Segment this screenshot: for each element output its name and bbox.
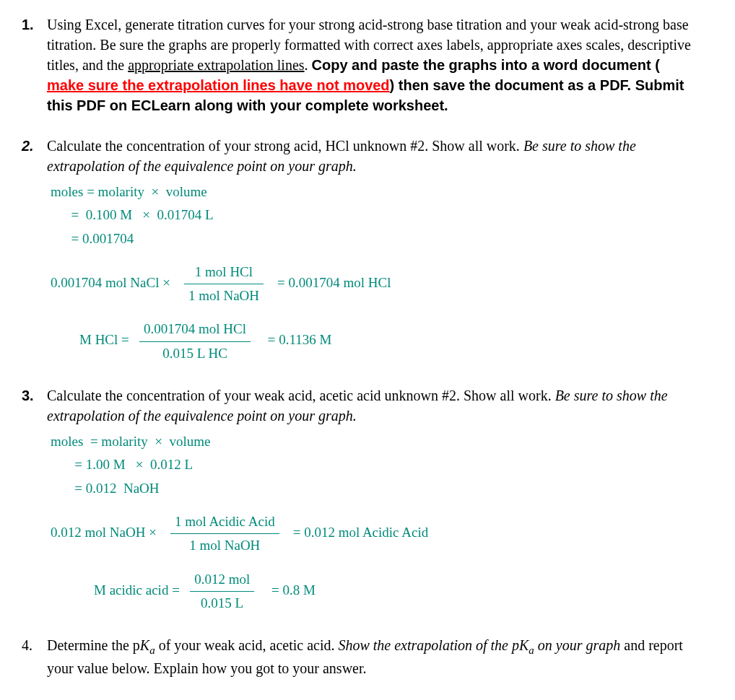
q1-underline-a: appropriate extrapolation lines [128,57,304,73]
question-4: 4. Determine the pKa of your weak acid, … [22,635,713,678]
q3-eq2-frac: 0.012 mol 0.015 L [190,568,254,616]
q4-text-b: of your weak acid, acetic acid. [155,637,339,653]
q3-work-l1: moles = molarity × volume [51,430,713,453]
q2-eq2-num: 0.001704 mol HCl [139,318,251,341]
q2-eq1: 0.001704 mol NaCl × 1 mol HCl 1 mol NaOH… [51,261,713,308]
q2-eq2: M HCl = 0.001704 mol HCl 0.015 L HC = 0.… [79,318,713,365]
q2-eq1-num: 1 mol HCl [184,261,264,284]
question-1: 1. Using Excel, generate titration curve… [22,14,713,115]
q3-work-l3: = 0.012 NaOH [51,477,713,500]
q4-sub: a [149,644,155,656]
q3-eq1-left: 0.012 mol NaOH × [51,525,157,540]
q2-eq1-right: = 0.001704 mol HCl [277,275,391,290]
q3-text-a: Calculate the concentration of your weak… [47,388,555,403]
q2-text: Calculate the concentration of your stro… [47,136,697,176]
q3-eq2-left: M acidic acid = [94,582,180,598]
question-3: 3. Calculate the concentration of your w… [22,385,713,615]
q2-work-l2: = 0.100 M × 0.01704 L [51,204,713,227]
q2-eq2-den: 0.015 L HC [139,342,251,365]
q2-work-l3: = 0.001704 [51,227,713,250]
q3-text: Calculate the concentration of your weak… [47,385,697,426]
q1-number: 1. [22,14,43,35]
q3-eq1-num: 1 mol Acidic Acid [170,510,279,534]
q4-ka: K [140,637,149,653]
q2-eq2-right: = 0.1136 M [268,333,332,348]
q2-eq1-frac: 1 mol HCl 1 mol NaOH [184,261,264,308]
q3-eq1-right: = 0.012 mol Acidic Acid [293,525,429,540]
q1-red-underline: make sure the extrapolation lines have n… [47,77,390,93]
q3-work-l2: = 1.00 M × 0.012 L [51,453,713,476]
q2-text-a: Calculate the concentration of your stro… [47,138,523,154]
q3-eq2-right: = 0.8 M [271,582,316,598]
q2-number: 2. [22,136,43,156]
q3-work: moles = molarity × volume = 1.00 M × 0.0… [51,430,713,615]
q4-italic-b: on your graph [534,637,620,653]
q4-text: Determine the pKa of your weak acid, ace… [47,635,697,678]
q2-eq1-left: 0.001704 mol NaCl × [51,275,170,290]
q3-eq2-den: 0.015 L [190,592,254,615]
q2-eq2-frac: 0.001704 mol HCl 0.015 L HC [139,318,251,365]
q3-eq1: 0.012 mol NaOH × 1 mol Acidic Acid 1 mol… [51,510,713,558]
q1-text-b: . [305,57,312,73]
q4-text-a: Determine the p [47,637,140,653]
q2-work: moles = molarity × volume = 0.100 M × 0.… [51,180,713,365]
q3-eq1-frac: 1 mol Acidic Acid 1 mol NaOH [170,510,279,558]
q2-work-l1: moles = molarity × volume [51,180,713,204]
question-2: 2. Calculate the concentration of your s… [22,136,713,365]
q3-number: 3. [22,385,43,406]
q1-bold-a: Copy and paste the graphs into a word do… [312,57,660,73]
q3-eq1-den: 1 mol NaOH [170,534,279,557]
q3-eq2: M acidic acid = 0.012 mol 0.015 L = 0.8 … [94,568,713,616]
q1-text: Using Excel, generate titration curves f… [47,14,697,115]
q2-eq1-den: 1 mol NaOH [184,284,264,307]
q4-number: 4. [22,635,43,655]
q4-italic-a: Show the extrapolation of the pK [338,637,529,653]
q4-italic-sub: a [529,644,534,656]
q3-eq2-num: 0.012 mol [190,568,254,592]
q2-eq2-left: M HCl = [79,333,129,348]
